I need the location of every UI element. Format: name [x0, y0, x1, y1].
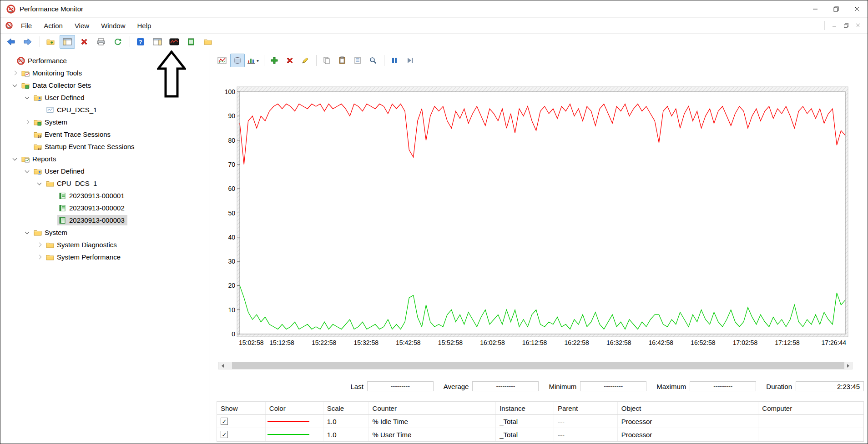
show-console-tree-button[interactable] — [60, 35, 75, 49]
horizontal-scrollbar[interactable] — [218, 362, 853, 369]
delete-counter-button[interactable] — [283, 54, 297, 67]
maximum-value: --------- — [690, 381, 756, 391]
child-restore-button[interactable] — [840, 20, 852, 31]
menu-help[interactable]: Help — [131, 18, 157, 33]
export-list-button[interactable] — [43, 35, 58, 49]
tree-item-box[interactable]: Monitoring Tools — [20, 68, 85, 78]
tree-item-box[interactable]: User Defined — [33, 92, 87, 103]
menu-file[interactable]: File — [15, 18, 38, 33]
paste-counter-list-button[interactable] — [335, 54, 349, 67]
chevron-collapsed-icon[interactable] — [21, 116, 33, 128]
tree-item-box[interactable]: System Performance — [45, 252, 123, 262]
column-header-show[interactable]: Show — [217, 402, 266, 414]
dropdown-caret-icon[interactable]: ▾ — [257, 58, 259, 63]
tree-item-box[interactable]: Reports — [20, 154, 59, 164]
scrollbar-thumb[interactable] — [232, 362, 844, 369]
chevron-expanded-icon[interactable] — [21, 165, 33, 177]
show-checkbox[interactable]: ✓ — [221, 418, 228, 425]
delete-button[interactable] — [76, 35, 92, 49]
tree-item-box[interactable]: System — [33, 117, 70, 127]
tree-item-box[interactable]: CPU_DCS_1 — [45, 105, 100, 115]
back-button[interactable] — [3, 35, 19, 49]
tree-item-system[interactable]: System — [0, 116, 210, 128]
chevron-expanded-icon[interactable] — [21, 226, 33, 239]
chevron-expanded-icon[interactable] — [34, 177, 45, 190]
column-header-instance[interactable]: Instance — [496, 402, 554, 414]
show-action-pane-button[interactable] — [150, 35, 165, 49]
column-header-color[interactable]: Color — [266, 402, 323, 414]
tree-item-box[interactable]: CPU_DCS_1 — [45, 178, 100, 189]
tree-item-box[interactable]: Performance — [16, 55, 70, 66]
tree-item-user-defined[interactable]: User Defined — [0, 165, 210, 177]
tree-item-box[interactable]: Data Collector Sets — [20, 80, 94, 90]
tree-item-20230913-000001[interactable]: 20230913-000001 — [0, 190, 210, 202]
highlight-button[interactable] — [298, 54, 313, 67]
menu-action[interactable]: Action — [38, 18, 69, 33]
right-arrow-icon — [847, 364, 849, 368]
tree-item-reports[interactable]: Reports — [0, 153, 210, 165]
zoom-button[interactable] — [366, 54, 380, 67]
open-saved-log-button[interactable] — [200, 35, 216, 49]
tree-item-system-diagnostics[interactable]: System Diagnostics — [0, 239, 210, 251]
tree-item-box[interactable]: User Defined — [33, 166, 87, 176]
minimize-button[interactable] — [805, 0, 826, 17]
menu-window[interactable]: Window — [95, 18, 131, 33]
chevron-collapsed-icon[interactable] — [9, 67, 20, 79]
chevron-expanded-icon[interactable] — [9, 79, 20, 91]
menu-view[interactable]: View — [69, 18, 95, 33]
svg-text:?: ? — [139, 39, 142, 45]
properties-button[interactable] — [350, 54, 365, 67]
menubar: FileActionViewWindowHelp — [0, 18, 868, 34]
tree-item-box[interactable]: 20230913-000001 — [57, 190, 127, 201]
tree-item-box[interactable]: 10Event Trace Sessions — [33, 129, 113, 140]
scrollbar-track[interactable] — [227, 362, 232, 369]
selected-tree-item[interactable]: 20230913-000003 — [57, 215, 127, 225]
tree-item-cpu-dcs-1[interactable]: CPU_DCS_1 — [0, 177, 210, 190]
freeze-display-button[interactable] — [387, 54, 402, 67]
counter-row[interactable]: ✓1.0% User Time_Total---Processor — [217, 428, 863, 441]
tree-item-event-trace-sessions[interactable]: 10Event Trace Sessions — [0, 128, 210, 140]
chevron-collapsed-icon[interactable] — [34, 239, 45, 251]
tree-item-20230913-000003[interactable]: 20230913-000003 — [0, 214, 210, 226]
tree-item-cpu-dcs-1[interactable]: CPU_DCS_1 — [0, 104, 210, 116]
chevron-expanded-icon[interactable] — [9, 153, 20, 165]
tree-item-system-performance[interactable]: System Performance — [0, 251, 210, 263]
chevron-expanded-icon[interactable] — [21, 91, 33, 104]
column-header-object[interactable]: Object — [618, 402, 759, 414]
tree-item-box[interactable]: 20230913-000002 — [57, 203, 127, 213]
counter-row[interactable]: ✓1.0% Idle Time_Total---Processor — [217, 415, 863, 428]
change-graph-type-button[interactable]: ▾ — [246, 54, 260, 67]
help-button[interactable]: ? — [133, 35, 148, 49]
tree-item-box[interactable]: System Diagnostics — [45, 239, 120, 250]
add-counter-button[interactable] — [267, 54, 282, 67]
forward-button[interactable] — [20, 35, 35, 49]
copy-properties-button[interactable] — [319, 54, 334, 67]
performance-monitor-button[interactable] — [167, 35, 182, 49]
chevron-collapsed-icon[interactable] — [34, 251, 45, 263]
scroll-right-button[interactable] — [844, 362, 852, 369]
tree-item-startup-event-trace-sessions[interactable]: 10Startup Event Trace Sessions — [0, 140, 210, 153]
tree-item-system[interactable]: System — [0, 226, 210, 239]
child-close-button[interactable] — [852, 20, 864, 31]
column-header-computer[interactable]: Computer — [758, 402, 863, 414]
column-header-parent[interactable]: Parent — [554, 402, 618, 414]
refresh-button[interactable] — [110, 35, 126, 49]
titlebar: Performance Monitor — [0, 0, 868, 18]
view-log-data-button[interactable] — [230, 54, 245, 67]
print-button[interactable] — [93, 35, 109, 49]
update-data-button[interactable] — [403, 54, 417, 67]
tree-item-box[interactable]: System — [33, 227, 70, 238]
child-minimize-button[interactable] — [828, 20, 840, 31]
column-header-counter[interactable]: Counter — [369, 402, 496, 414]
data-collector-set-button[interactable] — [183, 35, 199, 49]
tree-item-box[interactable]: 10Startup Event Trace Sessions — [33, 141, 137, 152]
column-header-scale[interactable]: Scale — [323, 402, 369, 414]
series-color-line — [267, 421, 309, 422]
restore-button[interactable] — [826, 0, 847, 17]
close-button[interactable] — [847, 0, 868, 17]
show-checkbox[interactable]: ✓ — [221, 431, 228, 438]
view-current-activity-button[interactable] — [215, 54, 229, 67]
scroll-left-button[interactable] — [219, 362, 227, 369]
tree-item-20230913-000002[interactable]: 20230913-000002 — [0, 202, 210, 214]
green-box-icon — [187, 38, 195, 45]
